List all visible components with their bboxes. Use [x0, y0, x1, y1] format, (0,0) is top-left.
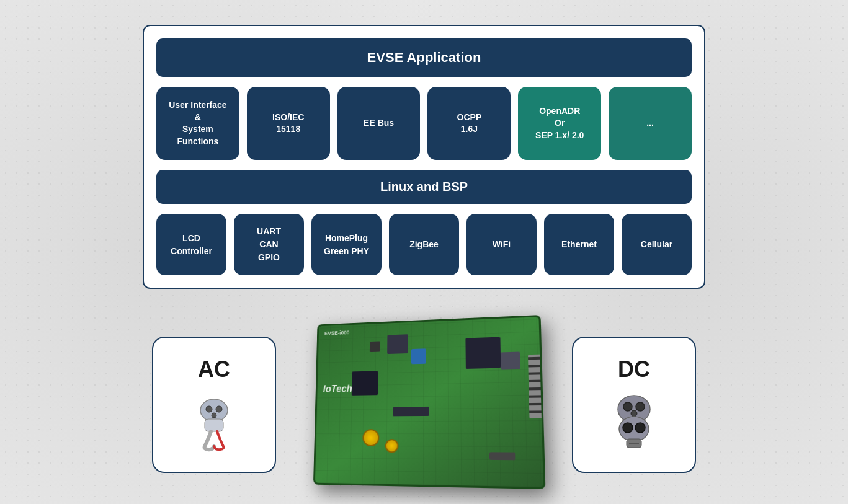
proto-ee-label: EE Bus	[364, 117, 394, 130]
hw-ethernet-label: Ethernet	[561, 238, 597, 251]
svg-point-8	[631, 410, 637, 417]
hw-box-zigbee: ZigBee	[389, 214, 459, 275]
proto-more-label: ...	[646, 117, 654, 130]
evse-banner: EVSE Application	[156, 38, 692, 77]
hw-row: LCD Controller UART CAN GPIO HomePlug Gr…	[156, 214, 692, 275]
ac-label: AC	[198, 356, 230, 382]
hw-cellular-label: Cellular	[641, 238, 672, 251]
svg-rect-4	[205, 419, 223, 431]
proto-openadr-label: OpenADR Or SEP 1.x/ 2.0	[535, 105, 584, 142]
dc-card: DC	[572, 337, 696, 473]
svg-point-3	[212, 413, 216, 418]
pcb-chip-1	[465, 337, 501, 369]
hw-box-cellular: Cellular	[622, 214, 692, 275]
proto-box-iso: ISO/IEC 15118	[247, 87, 330, 160]
dc-label: DC	[618, 356, 650, 382]
proto-box-openadr: OpenADR Or SEP 1.x/ 2.0	[518, 87, 601, 160]
pcb-board: EVSE-i000 IoTecha	[313, 315, 545, 489]
svg-point-1	[206, 406, 212, 412]
evse-label: EVSE Application	[367, 50, 481, 65]
hw-box-uart: UART CAN GPIO	[234, 214, 304, 275]
pcb-component-3	[369, 341, 380, 352]
proto-iso-label: ISO/IEC 15118	[272, 112, 304, 136]
proto-ui-label: User Interface & System Functions	[169, 99, 226, 148]
hw-lcd-label: LCD Controller	[171, 232, 212, 258]
pcb-component-1	[489, 452, 515, 460]
pcb-chip-4	[392, 407, 429, 416]
hw-homeplug-label: HomePlug Green PHY	[324, 232, 369, 258]
pcb-wrapper: EVSE-i000 IoTecha	[306, 312, 542, 492]
architecture-diagram: EVSE Application User Interface & System…	[143, 25, 705, 289]
hw-box-ethernet: Ethernet	[544, 214, 614, 275]
pcb-component-2	[411, 348, 426, 364]
svg-point-10	[623, 423, 633, 433]
pcb-code-label: EVSE-i000	[324, 330, 349, 337]
proto-box-ocpp: OCPP 1.6J	[427, 87, 511, 160]
pcb-capacitor-1	[362, 429, 379, 446]
hw-box-wifi: WiFi	[466, 214, 537, 275]
svg-point-7	[636, 402, 645, 411]
pcb-chip-3	[351, 371, 378, 395]
hw-box-homeplug: HomePlug Green PHY	[311, 214, 382, 275]
pcb-connector-strip	[527, 355, 541, 418]
hw-zigbee-label: ZigBee	[409, 238, 439, 251]
svg-point-0	[200, 399, 228, 422]
svg-point-11	[635, 423, 645, 433]
svg-point-6	[623, 402, 632, 411]
proto-box-ee: EE Bus	[337, 87, 421, 160]
svg-point-2	[216, 406, 222, 412]
hw-wifi-label: WiFi	[493, 238, 511, 251]
linux-banner: Linux and BSP	[156, 170, 692, 204]
linux-label: Linux and BSP	[380, 180, 468, 193]
proto-ocpp-label: OCPP 1.6J	[457, 112, 482, 136]
protocol-row: User Interface & System Functions ISO/IE…	[156, 87, 692, 160]
ac-connector-icon	[183, 392, 245, 454]
hw-uart-label: UART CAN GPIO	[257, 225, 281, 264]
pcb-chip-2	[387, 334, 408, 354]
dc-connector-icon	[603, 392, 665, 454]
proto-box-ui: User Interface & System Functions	[156, 87, 239, 160]
pcb-capacitor-2	[385, 439, 398, 453]
proto-box-more: ...	[609, 87, 692, 160]
pcb-chip-5	[500, 352, 520, 370]
ac-card: AC	[152, 337, 276, 473]
hw-box-lcd: LCD Controller	[156, 214, 226, 275]
